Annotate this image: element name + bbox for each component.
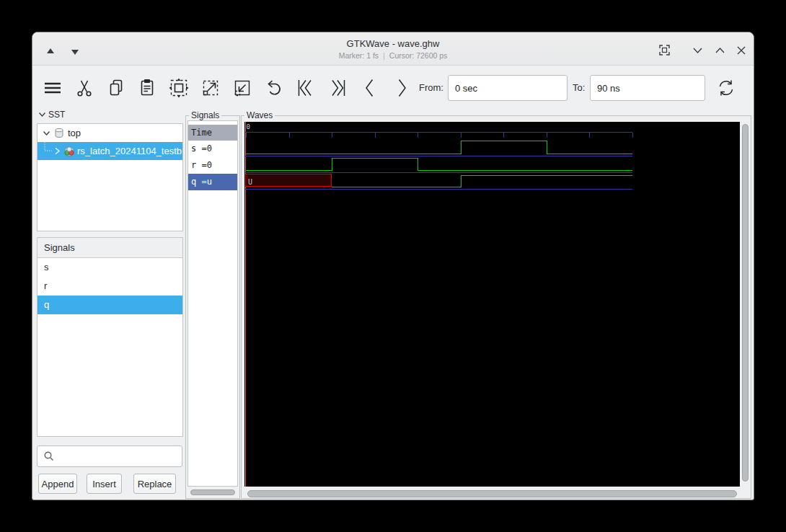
status-separator: |: [383, 51, 385, 60]
svg-text:0: 0: [247, 123, 250, 130]
reload-icon: [715, 77, 737, 99]
cut-button[interactable]: [71, 75, 97, 101]
menu-button[interactable]: [40, 75, 66, 101]
signal-list-item-s[interactable]: s: [37, 258, 182, 277]
signals-list-panel: Signals srq: [37, 237, 183, 437]
undo-icon: [263, 77, 285, 99]
next-edge-icon: [391, 77, 412, 99]
toolbar: From: To:: [32, 66, 754, 110]
waves-frame-label: Waves: [244, 110, 275, 121]
signals-frame-label: Signals: [189, 110, 221, 121]
replace-button[interactable]: Replace: [133, 474, 176, 494]
signals-hscrollbar-thumb[interactable]: [190, 489, 235, 495]
expander-down-icon[interactable]: [43, 130, 50, 136]
cut-icon: [74, 77, 95, 99]
sst-label-text: SST: [48, 110, 65, 120]
gtkwave-window: GTKWave - wave.ghw Marker: 1 fs|Cursor: …: [32, 32, 754, 500]
tree-guide: [43, 142, 53, 160]
signal-list-item-r[interactable]: r: [37, 277, 182, 296]
zoom-fit-icon: [168, 77, 190, 99]
collapse-chevron-icon: [38, 112, 46, 118]
previous-edge-button[interactable]: [357, 75, 383, 101]
time-header-row[interactable]: Time: [188, 125, 237, 141]
signals-frame: Signals Times =0r =0q =u: [185, 115, 240, 499]
zoom-in-icon: [200, 77, 221, 99]
component-icon: [63, 146, 75, 157]
to-input[interactable]: [590, 75, 705, 101]
desktop-background: GTKWave - wave.ghw Marker: 1 fs|Cursor: …: [0, 0, 786, 532]
close-icon[interactable]: [736, 45, 746, 56]
signal-value-row[interactable]: q =u: [188, 174, 237, 190]
from-label: From:: [419, 75, 443, 101]
tree-item-label: top: [68, 128, 81, 138]
waves-vscrollbar[interactable]: [740, 122, 750, 487]
tree-item-label: rs_latch_20241104_testb: [77, 146, 182, 156]
tree-item-top[interactable]: top: [37, 124, 182, 142]
skip-to-start-icon: [295, 77, 317, 99]
undo-button[interactable]: [261, 75, 287, 101]
module-icon: [54, 128, 64, 138]
from-input[interactable]: [448, 75, 568, 101]
signal-value-row[interactable]: r =0: [188, 157, 237, 174]
waves-frame: Waves 0U: [241, 115, 751, 499]
minimize-icon[interactable]: [692, 46, 703, 55]
copy-button[interactable]: [103, 75, 129, 101]
menu-icon: [42, 77, 63, 99]
tree-item-rs-latch[interactable]: rs_latch_20241104_testb: [37, 142, 182, 160]
signals-list-header: Signals: [37, 238, 182, 258]
zoom-out-icon: [231, 77, 253, 99]
paste-button[interactable]: [134, 75, 160, 101]
zoom-out-button[interactable]: [229, 75, 255, 101]
svg-text:U: U: [248, 178, 252, 186]
waves-vscrollbar-thumb[interactable]: [742, 124, 749, 482]
maximize-icon[interactable]: [715, 46, 725, 55]
sst-tree: top rs_latch_20241104_testb: [37, 123, 183, 231]
skip-to-end-button[interactable]: [324, 75, 350, 101]
signal-values-list: Times =0r =0q =u: [187, 120, 238, 487]
cursor-status: Cursor: 72600 ps: [389, 51, 448, 60]
signal-value-row[interactable]: s =0: [188, 141, 237, 157]
sst-section-label[interactable]: SST: [38, 109, 65, 120]
titlebar-status: Marker: 1 fs|Cursor: 72600 ps: [32, 51, 754, 60]
signal-list-item-q[interactable]: q: [37, 296, 182, 314]
previous-edge-icon: [359, 77, 381, 99]
paste-icon: [136, 77, 158, 99]
insert-button[interactable]: Insert: [87, 474, 122, 494]
next-edge-button[interactable]: [389, 75, 415, 101]
skip-to-start-button[interactable]: [293, 75, 319, 101]
expander-right-icon[interactable]: [54, 147, 61, 155]
wave-canvas[interactable]: 0U: [244, 122, 741, 487]
fullscreen-icon[interactable]: [658, 44, 671, 56]
to-label: To:: [573, 75, 585, 101]
titlebar: GTKWave - wave.ghw Marker: 1 fs|Cursor: …: [32, 32, 754, 66]
zoom-fit-button[interactable]: [166, 75, 192, 101]
search-input[interactable]: [37, 445, 182, 467]
copy-icon: [105, 77, 127, 99]
search-icon: [43, 451, 55, 462]
reload-button[interactable]: [713, 75, 739, 101]
window-title: GTKWave - wave.ghw: [32, 38, 754, 49]
append-button[interactable]: Append: [38, 474, 77, 494]
zoom-in-button[interactable]: [198, 75, 224, 101]
skip-to-end-icon: [327, 77, 348, 99]
marker-status: Marker: 1 fs: [339, 51, 379, 60]
waves-hscrollbar-thumb[interactable]: [247, 490, 737, 497]
